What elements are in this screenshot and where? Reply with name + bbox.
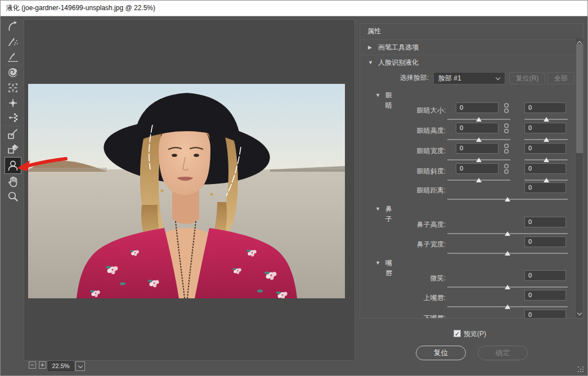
forward-warp-tool-button[interactable] <box>6 19 20 33</box>
scrollbar-thumb[interactable] <box>576 44 583 153</box>
eye-size-left-slider[interactable] <box>447 116 510 123</box>
photo-canvas[interactable] <box>28 84 345 298</box>
upper-lip-input[interactable]: 0 <box>524 290 566 301</box>
panel-scrollbar[interactable] <box>575 38 583 318</box>
eye-tilt-label: 眼睛斜度: <box>377 167 446 176</box>
forward-warp-icon <box>6 25 20 34</box>
resize-grip-icon[interactable] <box>578 366 579 368</box>
nose-height-input[interactable]: 0 <box>524 217 566 227</box>
bloat-tool-button[interactable] <box>6 96 20 110</box>
divider <box>360 55 583 55</box>
push-left-checker-arrow-icon <box>6 117 20 126</box>
hand-icon <box>6 181 20 190</box>
push-left-tool-button[interactable] <box>6 111 20 124</box>
link-icon[interactable] <box>502 142 510 155</box>
twirl-spiral-icon <box>6 71 20 81</box>
eye-width-right-slider[interactable] <box>524 156 568 163</box>
eye-height-right-slider[interactable] <box>524 136 568 143</box>
eye-width-left-input[interactable]: 0 <box>456 143 499 154</box>
toolbar-separator <box>4 126 20 126</box>
zoom-level-field[interactable]: 22.5% <box>48 361 74 371</box>
nose-width-input[interactable]: 0 <box>524 236 566 247</box>
eye-height-left-slider[interactable] <box>447 136 510 143</box>
triangle-down-icon: ▼ <box>375 90 380 100</box>
smooth-brush-icon <box>6 56 20 65</box>
dialog-title: 液化 (joe-gardner-149699-unsplash.jpg @ 22… <box>1 1 587 16</box>
brush-tool-options-section[interactable]: ▶ 画笔工具选项 <box>360 41 575 54</box>
lower-lip-label: 下嘴唇: <box>377 314 446 319</box>
preview-checkbox[interactable]: ✓ <box>454 330 461 337</box>
eye-size-right-input[interactable]: 0 <box>524 102 566 113</box>
eye-size-label: 眼睛大小: <box>377 106 446 115</box>
eye-height-left-input[interactable]: 0 <box>456 123 499 133</box>
link-icon[interactable] <box>502 122 510 135</box>
reset-face-button[interactable]: 复位(R) <box>509 72 545 84</box>
eye-tilt-left-input[interactable]: 0 <box>456 163 499 174</box>
zoom-in-button[interactable]: + <box>39 361 46 369</box>
upper-lip-label: 上嘴唇: <box>377 294 446 302</box>
zoom-tool-button[interactable] <box>6 190 20 203</box>
face-aware-liquify-section[interactable]: ▼ 人脸识别液化 <box>360 56 575 69</box>
select-face-label: 选择脸部: <box>377 74 429 82</box>
chevron-down-icon <box>496 75 500 80</box>
properties-panel: 属性 ▶ 画笔工具选项 ▼ 人脸识别液化 选择脸部: 脸部 #1 复位(R) 全… <box>360 23 583 319</box>
smooth-tool-button[interactable] <box>6 50 20 64</box>
magnifier-icon <box>6 195 20 205</box>
preview-viewport[interactable] <box>24 19 355 361</box>
ok-button[interactable]: 确定 <box>478 346 528 360</box>
reset-button[interactable]: 复位 <box>416 346 466 360</box>
eye-distance-label: 眼睛距离: <box>377 186 446 195</box>
link-icon[interactable] <box>502 102 510 114</box>
eye-width-right-input[interactable]: 0 <box>524 143 566 154</box>
divider <box>360 39 583 40</box>
eye-width-label: 眼睛宽度: <box>377 147 446 155</box>
face-tool-button[interactable] <box>6 159 20 172</box>
link-icon[interactable] <box>502 163 510 175</box>
freeze-mask-tool-button[interactable] <box>6 127 20 141</box>
smile-label: 微笑: <box>377 274 446 283</box>
pucker-inward-arrows-icon <box>6 87 20 96</box>
pucker-tool-button[interactable] <box>6 81 20 95</box>
eye-distance-slider[interactable] <box>447 196 568 203</box>
face-person-icon <box>6 164 20 174</box>
smile-input[interactable]: 0 <box>524 270 566 281</box>
eye-height-right-input[interactable]: 0 <box>524 123 566 133</box>
panel-title: 属性 <box>360 24 583 38</box>
freeze-mask-icon <box>6 133 20 142</box>
toolbar-separator <box>4 65 20 65</box>
nose-width-label: 鼻子宽度: <box>377 240 446 249</box>
bloat-outward-arrows-icon <box>6 102 20 111</box>
triangle-down-icon: ▼ <box>368 56 373 69</box>
eye-tilt-right-input[interactable]: 0 <box>524 163 566 174</box>
all-faces-button[interactable]: 全部 <box>547 72 574 84</box>
zoom-out-button[interactable]: − <box>29 361 36 369</box>
select-face-dropdown[interactable]: 脸部 #1 <box>433 72 505 84</box>
eye-tilt-left-slider[interactable] <box>447 177 510 183</box>
eye-width-left-slider[interactable] <box>447 156 510 163</box>
preview-checkbox-label: 预览(P) <box>464 329 486 339</box>
scroll-down-icon[interactable] <box>577 311 582 315</box>
triangle-down-icon: ▼ <box>375 258 380 268</box>
liquify-dialog: 液化 (joe-gardner-149699-unsplash.jpg @ 22… <box>0 0 588 376</box>
nose-height-label: 鼻子高度: <box>377 221 446 229</box>
lower-lip-input[interactable]: 0 <box>524 310 566 319</box>
hand-tool-button[interactable] <box>6 175 20 189</box>
zoom-level-dropdown[interactable] <box>75 361 85 371</box>
eye-distance-input[interactable]: 0 <box>524 182 566 193</box>
chevron-down-icon <box>78 364 83 368</box>
reconstruct-tool-button[interactable] <box>6 35 20 48</box>
eye-height-label: 眼睛高度: <box>377 127 446 135</box>
nose-width-slider[interactable] <box>447 250 568 257</box>
triangle-right-icon: ▶ <box>368 41 372 54</box>
portrait-photo <box>28 84 345 298</box>
reconstruct-brush-icon <box>6 41 20 50</box>
thaw-mask-tool-button[interactable] <box>6 142 20 155</box>
twirl-clockwise-tool-button[interactable] <box>6 66 20 79</box>
eye-size-right-slider[interactable] <box>524 116 568 123</box>
eye-size-left-input[interactable]: 0 <box>456 102 499 113</box>
thaw-mask-eraser-icon <box>6 147 20 157</box>
dialog-body: − + 22.5% 属性 ▶ 画笔工具选项 ▼ 人脸识别液化 选择脸部: 脸部 … <box>1 16 587 375</box>
triangle-down-icon: ▼ <box>375 204 380 214</box>
